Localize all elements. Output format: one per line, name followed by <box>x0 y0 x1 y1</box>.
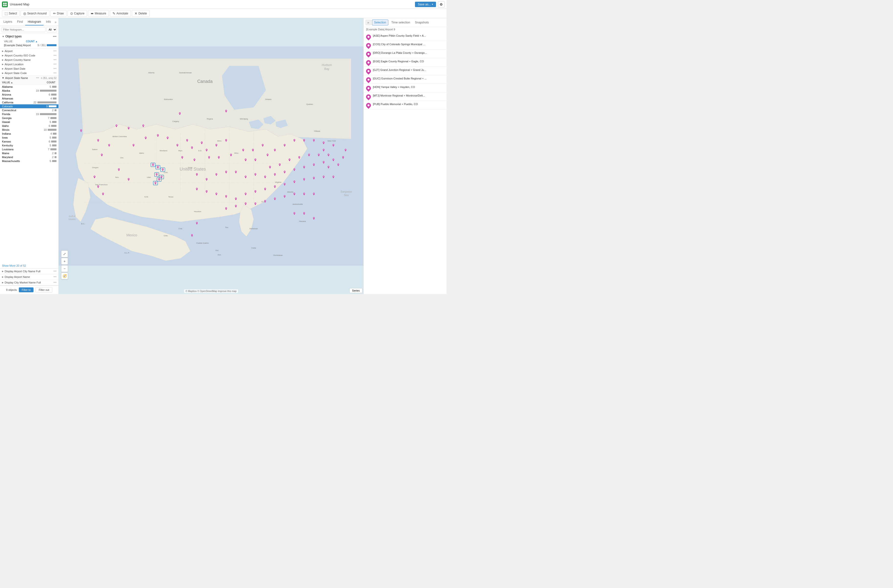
tab-selection[interactable]: Selection <box>372 20 388 26</box>
search-around-button[interactable]: ◎ Search Around <box>21 10 49 17</box>
bottom-item-city-market[interactable]: ▶ Display City Market Name Full ••• <box>0 280 59 285</box>
fit-view-button[interactable]: ⤢ <box>61 250 68 257</box>
tab-layers[interactable]: Layers <box>1 19 15 26</box>
obj-data-row[interactable]: [Example Data] Airport 9 / 351 <box>4 43 57 47</box>
filter-to-button[interactable]: Filter to <box>19 287 34 292</box>
tab-time-selection[interactable]: Time selection <box>389 20 412 25</box>
svg-text:Minn.: Minn. <box>217 140 222 142</box>
filter-select[interactable]: All <box>47 27 57 32</box>
zoom-in-button[interactable]: + <box>61 258 68 265</box>
hist-item-airport[interactable]: ▶ Airport ••• <box>0 49 59 53</box>
hist-item-location[interactable]: ▶ Airport Location ••• <box>0 62 59 66</box>
save-button[interactable]: Save as... ▾ <box>415 2 436 7</box>
hist-item-state-code[interactable]: ▶ Airport State Code ••• <box>0 71 59 75</box>
state-row[interactable]: Colorado 9 <box>0 104 59 108</box>
state-row[interactable]: Alaska 19 <box>0 89 59 93</box>
airport-item[interactable]: [GJT] Grand Junction Regional + Grand Ju… <box>364 67 446 75</box>
state-row[interactable]: Maryland 2 <box>0 155 59 159</box>
more-icon[interactable]: ••• <box>53 63 57 66</box>
col-value-header[interactable]: VALUE ▲ <box>2 81 47 84</box>
settings-button[interactable]: ⚙ <box>438 1 445 8</box>
more-icon[interactable]: ••• <box>53 54 57 57</box>
expand-icon: ▶ <box>2 270 4 273</box>
state-row[interactable]: Georgia 7 <box>0 116 59 120</box>
state-row[interactable]: Iowa 5 <box>0 136 59 140</box>
state-name-arrow-icon: ▼ <box>2 77 4 79</box>
object-types-header[interactable]: ▼ Object types ••• <box>0 33 59 39</box>
state-bar <box>51 141 57 142</box>
tab-histogram[interactable]: Histogram <box>25 19 44 26</box>
svg-text:Sargasso: Sargasso <box>341 190 352 193</box>
state-name-header[interactable]: ▼ Airport State Name ••• n 351, uniq 52 <box>0 75 59 80</box>
show-more-button[interactable]: Show More 20 of 52 <box>0 263 59 268</box>
zoom-out-button[interactable]: − <box>61 265 68 272</box>
airport-item[interactable]: [MTJ] Montrose Regional + Montrose/Delt.… <box>364 92 446 101</box>
panel-collapse-button[interactable]: » <box>54 19 57 25</box>
delete-button[interactable]: ✕ Delete <box>132 10 150 17</box>
airport-pin-icon <box>365 93 372 100</box>
tab-find[interactable]: Find <box>15 19 25 26</box>
bottom-item-city-full[interactable]: ▶ Display Airport City Name Full ••• <box>0 268 59 274</box>
more-icon[interactable]: ••• <box>53 67 57 70</box>
more-icon[interactable]: ••• <box>53 71 57 75</box>
expand-icon: ▶ <box>2 58 4 61</box>
state-row[interactable]: Arkansas 4 <box>0 96 59 100</box>
main-layout: Layers Find Histogram Info » All ▼ Ob <box>0 18 446 294</box>
svg-text:Ottawa: Ottawa <box>314 130 320 132</box>
tab-info[interactable]: Info <box>44 19 53 26</box>
state-row[interactable]: Arizona 6 <box>0 93 59 96</box>
state-row[interactable]: Kentucky 5 <box>0 144 59 147</box>
measure-button[interactable]: ⬌ Measure <box>88 10 109 17</box>
airport-item[interactable]: [HDN] Yampa Valley + Hayden, CO <box>364 84 446 92</box>
svg-text:Virginia: Virginia <box>275 181 281 183</box>
airport-item[interactable]: [PUB] Pueblo Memorial + Pueblo, CO <box>364 101 446 110</box>
tab-snapshots[interactable]: Snapshots <box>413 20 431 25</box>
state-row[interactable]: Alabama 5 <box>0 85 59 89</box>
more-icon[interactable]: ••• <box>53 281 57 284</box>
state-row[interactable]: Louisiana 7 <box>0 147 59 151</box>
airport-item[interactable]: [ASE] Aspen Pitkin County Sardy Field + … <box>364 33 446 41</box>
more-icon[interactable]: ••• <box>53 58 57 62</box>
more-icon[interactable]: ••• <box>53 50 57 53</box>
col-count-header[interactable]: COUNT <box>47 81 57 84</box>
state-row[interactable]: Florida 19 <box>0 112 59 116</box>
svg-text:Dur.: Dur. <box>218 254 221 256</box>
state-row[interactable]: Connecticut 2 <box>0 108 59 112</box>
state-row[interactable]: Kansas 6 <box>0 140 59 144</box>
state-row[interactable]: Massachusetts 5 <box>0 159 59 163</box>
state-name-more-icon[interactable]: ••• <box>36 76 39 80</box>
state-row[interactable]: California 22 <box>0 100 59 104</box>
bottom-item-airport-name[interactable]: ▶ Display Airport Name ••• <box>0 274 59 280</box>
object-types-more-icon[interactable]: ••• <box>53 34 57 38</box>
airport-pin-icon <box>365 33 372 40</box>
series-button[interactable]: Series <box>349 288 362 293</box>
more-icon[interactable]: ••• <box>53 275 57 279</box>
compass-button[interactable]: 🧭 <box>61 273 68 279</box>
annotate-button[interactable]: ✎ Annotate <box>110 10 131 17</box>
draw-button[interactable]: ✏ Draw <box>50 10 66 17</box>
right-panel-collapse-button[interactable]: » <box>365 20 371 25</box>
state-row[interactable]: Hawaii 5 <box>0 120 59 124</box>
svg-text:Canada: Canada <box>197 79 213 84</box>
airport-item[interactable]: [COS] City of Colorado Springs Municipal… <box>364 41 446 50</box>
hist-item-start-date[interactable]: ▶ Airport Start Date ••• <box>0 66 59 71</box>
state-row[interactable]: Indiana 4 <box>0 132 59 136</box>
svg-text:British Columbia: British Columbia <box>113 135 127 138</box>
airport-item[interactable]: [EGE] Eagle County Regional + Eagle, CO <box>364 58 446 67</box>
app-icon <box>2 2 8 8</box>
svg-text:Idaho: Idaho <box>139 152 144 154</box>
filter-input[interactable] <box>2 27 45 32</box>
hist-item-country-iso[interactable]: ▶ Airport Country ISO Code ••• <box>0 53 59 58</box>
airport-item[interactable]: [GUC] Gunnison-Crested Butte Regional + … <box>364 75 446 84</box>
state-row[interactable]: Illinois 10 <box>0 128 59 132</box>
select-button[interactable]: ⬚ Select <box>2 10 20 17</box>
state-bar <box>49 105 57 107</box>
filter-out-button[interactable]: Filter out <box>35 287 52 292</box>
state-row[interactable]: Idaho 6 <box>0 124 59 128</box>
map-container[interactable]: Canada United States Mexico Hudson Bay S… <box>59 18 363 294</box>
state-row[interactable]: Maine 2 <box>0 151 59 155</box>
hist-item-country-name[interactable]: ▶ Airport Country Name ••• <box>0 58 59 62</box>
capture-button[interactable]: ⊙ Capture <box>68 10 87 17</box>
airport-item[interactable]: [DRO] Durango La Plata County + Durango.… <box>364 50 446 58</box>
more-icon[interactable]: ••• <box>53 270 57 273</box>
